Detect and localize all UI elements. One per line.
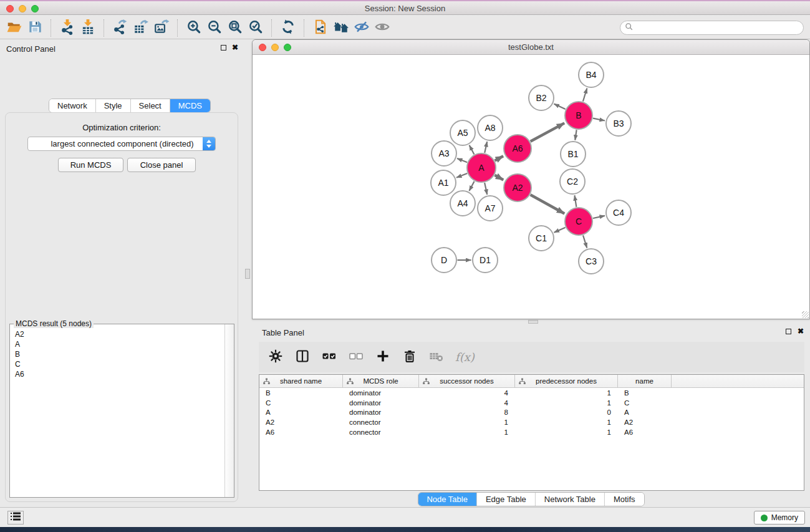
table-cell[interactable]: 8 — [419, 409, 515, 416]
column-header-name[interactable]: name — [618, 375, 672, 387]
table-cell[interactable]: A6 — [259, 428, 343, 436]
memory-button[interactable]: Memory — [754, 511, 805, 525]
tab-select[interactable]: Select — [131, 99, 170, 112]
node-A3[interactable]: A3 — [432, 141, 456, 166]
tab-edge-table[interactable]: Edge Table — [477, 493, 536, 506]
home-button[interactable] — [330, 18, 351, 38]
zoom-out-button[interactable] — [204, 18, 224, 38]
node-B3[interactable]: B3 — [606, 111, 631, 136]
table-cell[interactable]: 4 — [419, 389, 515, 397]
deselect-all-button[interactable] — [348, 349, 364, 365]
node-B[interactable]: B — [565, 102, 592, 129]
zoom-in-button[interactable] — [183, 18, 204, 38]
table-row[interactable]: Cdominator41C — [259, 398, 804, 408]
show-columns-button[interactable] — [294, 349, 311, 365]
table-cell[interactable]: 1 — [515, 399, 618, 407]
close-panel-icon[interactable]: ✖ — [232, 44, 238, 51]
column-header-successor-nodes[interactable]: successor nodes — [419, 375, 515, 387]
table-cell[interactable]: 1 — [515, 428, 618, 436]
edge-A-A6[interactable] — [495, 156, 503, 160]
edge-A6-B[interactable] — [531, 123, 564, 141]
edge-A-A2[interactable] — [494, 175, 503, 180]
table-cell[interactable]: dominator — [343, 389, 419, 397]
export-network-button[interactable] — [110, 18, 130, 38]
node-A7[interactable]: A7 — [478, 196, 503, 221]
table-cell[interactable]: 4 — [419, 399, 515, 407]
tab-mcds[interactable]: MCDS — [170, 99, 210, 112]
hide-button[interactable] — [351, 18, 372, 38]
edge-C-C1[interactable] — [554, 228, 566, 233]
node-C4[interactable]: C4 — [606, 200, 631, 225]
result-item[interactable]: C — [11, 359, 224, 369]
horizontal-splitter[interactable] — [252, 319, 810, 324]
zoom-fit-button[interactable] — [224, 18, 245, 38]
node-A2[interactable]: A2 — [504, 174, 531, 201]
show-button[interactable] — [372, 18, 392, 38]
search-field[interactable] — [620, 21, 804, 35]
save-button[interactable] — [24, 18, 45, 38]
edge-B-B1[interactable] — [575, 130, 576, 140]
tab-node-table[interactable]: Node Table — [418, 493, 477, 506]
edge-A-A8[interactable] — [485, 142, 487, 153]
splitter-grip[interactable] — [528, 320, 538, 324]
table-cell[interactable]: A2 — [618, 418, 672, 426]
tab-network[interactable]: Network — [49, 99, 96, 112]
edge-C-C3[interactable] — [583, 235, 587, 248]
select-all-button[interactable] — [321, 349, 337, 365]
table-cell[interactable]: dominator — [343, 399, 419, 407]
search-input[interactable] — [634, 21, 803, 34]
node-A6[interactable]: A6 — [504, 135, 531, 162]
export-image-button[interactable] — [151, 18, 171, 38]
node-C[interactable]: C — [565, 208, 592, 235]
node-A1[interactable]: A1 — [431, 170, 456, 195]
zoom-selected-button[interactable] — [245, 18, 266, 38]
result-item[interactable]: A2 — [11, 329, 224, 339]
edge-C-C4[interactable] — [593, 216, 605, 218]
float-panel-icon[interactable] — [221, 45, 226, 51]
column-header-shared-name[interactable]: shared name — [259, 375, 343, 387]
column-header-MCDS-role[interactable]: MCDS role — [343, 375, 419, 387]
vertical-splitter[interactable] — [243, 39, 252, 507]
table-cell[interactable]: A — [618, 409, 672, 416]
node-C1[interactable]: C1 — [529, 226, 554, 251]
tab-style[interactable]: Style — [96, 99, 131, 112]
result-item[interactable]: B — [11, 349, 224, 359]
task-history-button[interactable] — [7, 511, 24, 525]
close-table-panel-icon[interactable]: ✖ — [798, 328, 804, 334]
result-item[interactable]: A6 — [11, 369, 224, 379]
edge-A2-C[interactable] — [531, 195, 565, 213]
table-cell[interactable]: B — [259, 389, 343, 397]
new-network-from-selection-button[interactable] — [310, 18, 330, 38]
node-B4[interactable]: B4 — [579, 62, 604, 87]
column-header-predecessor-nodes[interactable]: predecessor nodes — [515, 375, 618, 387]
edge-A-A4[interactable] — [469, 181, 474, 191]
table-cell[interactable]: A2 — [259, 418, 343, 426]
table-row[interactable]: A2connector11A2 — [259, 417, 804, 427]
table-cell[interactable]: 1 — [419, 418, 515, 426]
result-item[interactable]: A — [11, 339, 224, 349]
splitter-grip[interactable] — [245, 269, 250, 279]
delete-column-button[interactable] — [402, 349, 418, 365]
node-C2[interactable]: C2 — [560, 169, 585, 194]
edge-B-B3[interactable] — [593, 118, 605, 121]
node-C3[interactable]: C3 — [579, 249, 604, 274]
table-cell[interactable]: A — [259, 409, 343, 416]
edge-A-A1[interactable] — [456, 173, 467, 178]
table-cell[interactable]: 1 — [515, 418, 618, 426]
table-row[interactable]: Bdominator41B — [259, 388, 804, 398]
table-cell[interactable]: C — [259, 399, 343, 407]
run-mcds-button[interactable]: Run MCDS — [58, 158, 123, 172]
import-table-button[interactable] — [77, 18, 98, 38]
table-row[interactable]: Adominator80A — [259, 408, 804, 418]
resize-grip[interactable] — [802, 311, 809, 318]
tab-motifs[interactable]: Motifs — [605, 493, 644, 506]
result-scrollbar[interactable] — [224, 324, 234, 497]
export-table-button[interactable] — [130, 18, 151, 38]
node-A8[interactable]: A8 — [478, 115, 503, 140]
tab-network-table[interactable]: Network Table — [536, 493, 605, 506]
table-cell[interactable]: 1 — [419, 428, 515, 436]
node-B1[interactable]: B1 — [561, 142, 586, 167]
table-cell[interactable]: 1 — [515, 389, 618, 397]
table-cell[interactable]: connector — [343, 428, 419, 436]
node-D[interactable]: D — [432, 248, 456, 273]
